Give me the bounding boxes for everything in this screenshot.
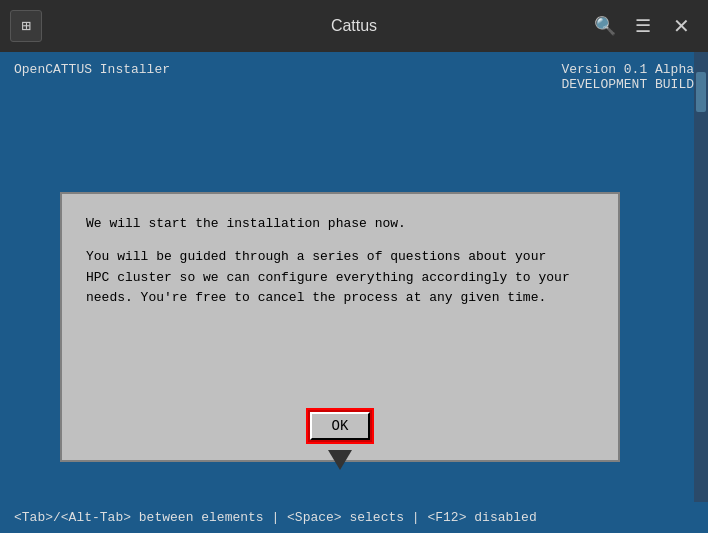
dialog-paragraph2: You will be guided through a series of q…: [86, 247, 594, 309]
window-title: Cattus: [331, 17, 377, 35]
menu-icon: ☰: [635, 15, 651, 37]
dialog-buttons: OK: [86, 412, 594, 440]
cursor-indicator: [328, 450, 352, 470]
dialog-line1: We will start the installation phase now…: [86, 214, 594, 235]
version-line: Version 0.1 Alpha: [561, 62, 694, 77]
close-button[interactable]: ✕: [665, 10, 698, 42]
search-icon: 🔍: [594, 15, 616, 37]
dialog-line3: HPC cluster so we can configure everythi…: [86, 270, 570, 285]
dialog-box: We will start the installation phase now…: [60, 192, 620, 462]
add-tab-button[interactable]: ⊞: [10, 10, 42, 42]
terminal-header: OpenCATTUS Installer Version 0.1 Alpha D…: [14, 62, 694, 92]
close-icon: ✕: [673, 15, 690, 37]
installer-title: OpenCATTUS Installer: [14, 62, 170, 92]
version-info: Version 0.1 Alpha DEVELOPMENT BUILD: [561, 62, 694, 92]
terminal-area: OpenCATTUS Installer Version 0.1 Alpha D…: [0, 52, 708, 533]
build-line: DEVELOPMENT BUILD: [561, 77, 694, 92]
add-icon: ⊞: [21, 16, 31, 36]
statusbar: <Tab>/<Alt-Tab> between elements | <Spac…: [0, 502, 708, 533]
scrollbar-thumb[interactable]: [696, 72, 706, 112]
dialog-line2: You will be guided through a series of q…: [86, 249, 546, 264]
ok-button[interactable]: OK: [310, 412, 371, 440]
scrollbar[interactable]: [694, 52, 708, 533]
menu-button[interactable]: ☰: [627, 10, 659, 42]
statusbar-text: <Tab>/<Alt-Tab> between elements | <Spac…: [14, 510, 537, 525]
titlebar: ⊞ Cattus 🔍 ☰ ✕: [0, 0, 708, 52]
dialog-line4: needs. You're free to cancel the process…: [86, 290, 546, 305]
ok-button-wrapper: OK: [310, 412, 371, 440]
search-button[interactable]: 🔍: [589, 10, 621, 42]
dialog-text: We will start the installation phase now…: [86, 214, 594, 402]
titlebar-controls: 🔍 ☰ ✕: [589, 10, 698, 42]
